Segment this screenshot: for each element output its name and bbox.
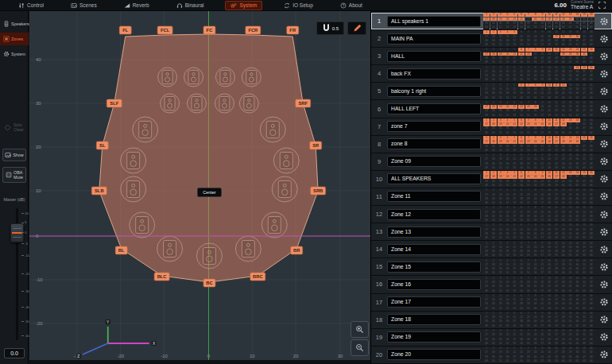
matrix-cell[interactable]: 55: [525, 307, 532, 311]
matrix-cell[interactable]: 61: [567, 184, 573, 188]
fullscreen-icon[interactable]: [598, 1, 606, 10]
matrix-cell[interactable]: 62: [574, 342, 580, 346]
matrix-cell[interactable]: 63: [581, 254, 587, 258]
matrix-cell[interactable]: 12: [560, 83, 567, 87]
matrix-cell[interactable]: 60: [560, 201, 567, 205]
matrix-cell[interactable]: 8: [532, 294, 538, 298]
matrix-cell[interactable]: 25: [539, 175, 545, 179]
matrix-cell[interactable]: 1: [483, 13, 490, 17]
matrix-cell[interactable]: 64: [588, 219, 595, 223]
matrix-cell[interactable]: 18: [490, 52, 497, 56]
matrix-cell[interactable]: 45: [567, 355, 573, 359]
matrix-cell[interactable]: 31: [581, 281, 587, 285]
matrix-cell[interactable]: 48: [588, 180, 595, 184]
matrix-cell[interactable]: 46: [574, 39, 580, 43]
zone-row[interactable]: 2MAIN PA12345678910111213141516171819202…: [371, 30, 612, 48]
matrix-cell[interactable]: 58: [546, 166, 552, 170]
matrix-cell[interactable]: 48: [588, 355, 595, 359]
matrix-cell[interactable]: 43: [553, 215, 560, 219]
matrix-cell[interactable]: 12: [560, 259, 567, 263]
matrix-cell[interactable]: 11: [553, 294, 560, 298]
matrix-cell[interactable]: 27: [553, 263, 560, 267]
matrix-cell[interactable]: 15: [581, 329, 587, 333]
matrix-cell[interactable]: 8: [532, 13, 538, 17]
matrix-cell[interactable]: 59: [553, 131, 560, 135]
matrix-cell[interactable]: 28: [560, 350, 567, 354]
matrix-cell[interactable]: 23: [525, 122, 532, 126]
matrix-cell[interactable]: 29: [567, 70, 573, 74]
matrix-cell[interactable]: 17: [483, 193, 490, 197]
matrix-cell[interactable]: 44: [560, 109, 567, 113]
matrix-cell[interactable]: 31: [581, 175, 587, 179]
matrix-cell[interactable]: 25: [539, 281, 545, 285]
matrix-cell[interactable]: 54: [518, 131, 525, 135]
matrix-cell[interactable]: 56: [532, 219, 538, 223]
matrix-cell[interactable]: 46: [574, 319, 580, 323]
matrix-cell[interactable]: 59: [553, 78, 560, 82]
matrix-cell[interactable]: 26: [546, 350, 552, 354]
matrix-cell[interactable]: 25: [539, 105, 545, 109]
matrix-cell[interactable]: 56: [532, 324, 538, 328]
matrix-cell[interactable]: 8: [532, 242, 538, 246]
matrix-cell[interactable]: 53: [511, 289, 517, 293]
matrix-cell[interactable]: 22: [518, 350, 525, 354]
matrix-cell[interactable]: 62: [574, 236, 580, 240]
matrix-cell[interactable]: 59: [553, 324, 560, 328]
matrix-cell[interactable]: 61: [567, 219, 573, 223]
matrix-cell[interactable]: 14: [574, 101, 580, 105]
matrix-cell[interactable]: 43: [553, 302, 560, 306]
matrix-cell[interactable]: 64: [588, 43, 595, 47]
matrix-cell[interactable]: 34: [490, 145, 497, 149]
matrix-cell[interactable]: 24: [532, 157, 538, 161]
matrix-cell[interactable]: 24: [532, 228, 538, 232]
matrix-cell[interactable]: 10: [546, 48, 552, 52]
matrix-cell[interactable]: 31: [581, 228, 587, 232]
matrix-cell[interactable]: 60: [560, 78, 567, 82]
matrix-cell[interactable]: 37: [511, 21, 517, 25]
matrix-cell[interactable]: 40: [532, 145, 538, 149]
matrix-cell[interactable]: 60: [560, 359, 567, 363]
matrix-cell[interactable]: 52: [504, 184, 510, 188]
matrix-cell[interactable]: 50: [490, 78, 497, 82]
matrix-cell[interactable]: 35: [498, 56, 504, 60]
matrix-cell[interactable]: 37: [511, 56, 517, 60]
matrix-cell[interactable]: 35: [498, 285, 504, 288]
matrix-cell[interactable]: 3: [498, 206, 504, 210]
matrix-cell[interactable]: 18: [490, 157, 497, 161]
matrix-cell[interactable]: 3: [498, 347, 504, 350]
matrix-cell[interactable]: 30: [574, 35, 580, 39]
matrix-cell[interactable]: 37: [511, 267, 517, 271]
matrix-cell[interactable]: 13: [567, 66, 573, 70]
zone-settings-gear-icon[interactable]: [599, 350, 609, 359]
matrix-cell[interactable]: 31: [581, 157, 587, 161]
matrix-cell[interactable]: 34: [490, 91, 497, 95]
matrix-cell[interactable]: 55: [525, 289, 532, 293]
matrix-cell[interactable]: 54: [518, 342, 525, 346]
matrix-cell[interactable]: 11: [553, 171, 560, 175]
matrix-cell[interactable]: 19: [498, 228, 504, 232]
zone-row[interactable]: 10ALL SPEAKERS12345678910111213141516171…: [371, 171, 612, 188]
matrix-cell[interactable]: 2: [490, 101, 497, 105]
matrix-cell[interactable]: 28: [560, 157, 567, 161]
matrix-cell[interactable]: 53: [511, 324, 517, 328]
matrix-cell[interactable]: 23: [525, 87, 532, 91]
zone-row[interactable]: 19Zone 191234567891011121314151617181920…: [371, 329, 612, 347]
matrix-cell[interactable]: 25: [539, 140, 545, 144]
matrix-cell[interactable]: 26: [546, 316, 552, 319]
matrix-cell[interactable]: 24: [532, 350, 538, 354]
matrix-cell[interactable]: 35: [498, 145, 504, 149]
matrix-cell[interactable]: 7: [525, 13, 532, 17]
matrix-cell[interactable]: 31: [581, 211, 587, 215]
matrix-cell[interactable]: 12: [560, 206, 567, 210]
matrix-cell[interactable]: 19: [498, 246, 504, 250]
matrix-cell[interactable]: 64: [588, 271, 595, 275]
matrix-cell[interactable]: 32: [588, 175, 595, 179]
matrix-cell[interactable]: 63: [581, 25, 587, 29]
matrix-cell[interactable]: 5: [511, 171, 517, 175]
matrix-cell[interactable]: 5: [511, 153, 517, 157]
matrix-cell[interactable]: 52: [504, 254, 510, 258]
matrix-cell[interactable]: 13: [567, 312, 573, 316]
matrix-cell[interactable]: 46: [574, 302, 580, 306]
matrix-cell[interactable]: 52: [504, 60, 510, 64]
matrix-cell[interactable]: 3: [498, 13, 504, 17]
